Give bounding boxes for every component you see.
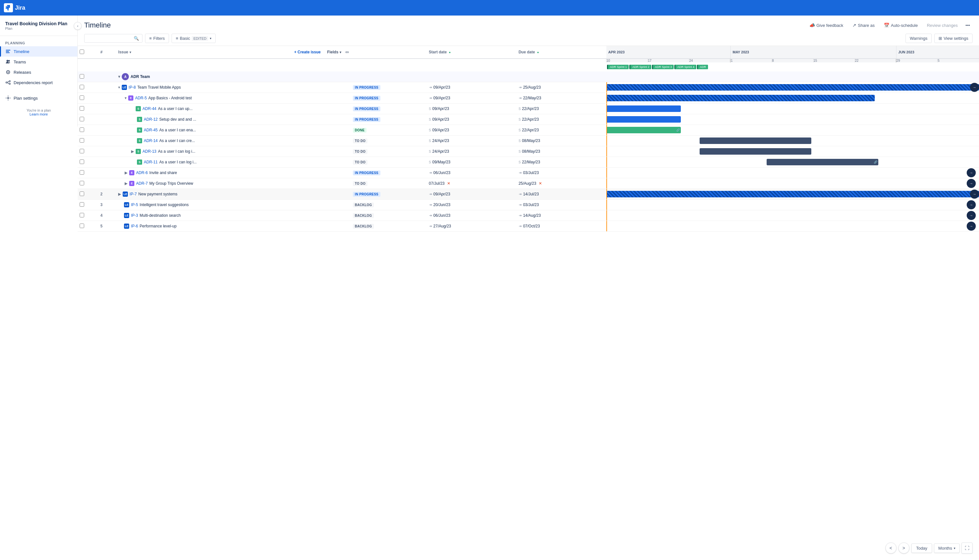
col-start: Start date ●	[427, 46, 517, 58]
row-checkbox[interactable]	[80, 95, 84, 100]
issue-id[interactable]: IP-3	[131, 213, 138, 218]
row-expand[interactable]: ▾	[125, 96, 127, 100]
issue-id[interactable]: ADR-5	[135, 96, 147, 100]
today-line	[606, 103, 607, 114]
sidebar-section-planning: PLANNING	[0, 38, 77, 46]
clear-start-btn[interactable]: ✕	[447, 181, 450, 186]
title-row: Timeline 📣 Give feedback ↗ Share as 📅 Au…	[84, 21, 972, 30]
arrow-indicator: →	[970, 83, 979, 92]
issue-id[interactable]: IP-8	[129, 85, 135, 90]
sidebar-item-releases[interactable]: Releases	[0, 67, 77, 77]
fields-button[interactable]: Fields ▾	[324, 48, 344, 56]
col-checkbox	[78, 46, 99, 58]
status-badge: TO DO	[353, 160, 368, 165]
team-expand-btn[interactable]: ▾	[118, 74, 120, 79]
issue-id[interactable]: IP-7	[130, 192, 137, 197]
auto-schedule-icon: 📅	[884, 23, 889, 28]
resize-handle-icon[interactable]: ⇔	[345, 50, 349, 55]
share-as-button[interactable]: ↗ Share as	[849, 21, 879, 30]
row-expand[interactable]: ▶	[118, 192, 121, 197]
clear-due-btn[interactable]: ✕	[539, 181, 542, 186]
row-expand[interactable]: ▾	[118, 85, 120, 90]
months-button[interactable]: Months ▾	[934, 543, 960, 553]
expand-view-button[interactable]: ⛶	[962, 543, 972, 553]
learn-more-link[interactable]: Learn more	[30, 112, 48, 116]
issue-id[interactable]: ADR-14	[144, 138, 158, 143]
today-button[interactable]: Today	[911, 543, 932, 553]
timeline-search[interactable]: 🔍	[84, 34, 142, 43]
row-checkbox[interactable]	[80, 170, 84, 175]
row-checkbox[interactable]	[80, 213, 84, 217]
row-expand[interactable]: ▶	[125, 181, 127, 186]
timeline-icon	[5, 48, 11, 54]
issue-title: As a user I can ena...	[159, 128, 196, 132]
row-checkbox[interactable]	[80, 117, 84, 121]
prev-button[interactable]: <	[885, 543, 896, 553]
filters-button[interactable]: ≡ Filters	[145, 33, 169, 43]
issue-id[interactable]: IP-6	[131, 224, 138, 228]
select-all-checkbox[interactable]	[80, 50, 84, 54]
status-badge: IN PROGRESS	[353, 170, 380, 175]
team-checkbox[interactable]	[80, 74, 84, 78]
collapse-sidebar-button[interactable]: ‹	[74, 22, 82, 30]
today-line	[606, 210, 607, 221]
issue-title: Performance level-up	[140, 224, 176, 228]
arrow-indicator-right: →	[967, 168, 976, 177]
more-actions-button[interactable]: •••	[963, 21, 972, 30]
issue-id[interactable]: ADR-13	[142, 149, 156, 154]
sidebar-project: Travel Booking Division Plan Plan	[0, 21, 77, 36]
svg-point-12	[7, 97, 9, 99]
row-expand[interactable]: ▶	[131, 149, 134, 154]
issue-id[interactable]: ADR-12	[144, 117, 158, 122]
svg-point-7	[6, 82, 7, 83]
issue-id[interactable]: ADR-44	[142, 107, 156, 111]
issue-id[interactable]: IP-5	[131, 203, 138, 207]
row-checkbox[interactable]	[80, 138, 84, 143]
row-checkbox[interactable]	[80, 202, 84, 207]
row-checkbox[interactable]	[80, 149, 84, 153]
sidebar-item-plan-settings[interactable]: Plan settings	[0, 93, 77, 103]
row-checkbox[interactable]	[80, 160, 84, 164]
row-checkbox[interactable]	[80, 192, 84, 196]
warnings-button[interactable]: Warnings	[905, 33, 931, 43]
main-content: Timeline 📣 Give feedback ↗ Share as 📅 Au…	[78, 15, 979, 560]
sidebar-item-dependencies[interactable]: Dependencies report	[0, 77, 77, 88]
issue-id[interactable]: ADR-45	[144, 128, 158, 132]
row-checkbox[interactable]	[80, 85, 84, 89]
sidebar-item-timeline[interactable]: Timeline	[0, 46, 77, 57]
next-button[interactable]: >	[899, 543, 909, 553]
sidebar-wrapper: Travel Booking Division Plan Plan PLANNI…	[0, 15, 78, 560]
row-checkbox[interactable]	[80, 223, 84, 228]
row-expand[interactable]: ▶	[125, 170, 127, 175]
table-row: ▶ S ADR-44 As a user I can up... IN PROG…	[78, 103, 979, 114]
today-line	[606, 146, 607, 157]
sidebar-releases-label: Releases	[13, 70, 31, 75]
search-icon: 🔍	[134, 36, 139, 41]
gantt-bar	[606, 191, 979, 197]
row-checkbox[interactable]	[80, 127, 84, 132]
timeline-table: # Issue ▾ + Create issue Fields ▾	[78, 46, 979, 232]
row-checkbox[interactable]	[80, 181, 84, 185]
timeline-search-input[interactable]	[88, 36, 134, 41]
create-issue-button[interactable]: + Create issue	[292, 48, 323, 56]
issue-icon-story: S	[137, 117, 142, 122]
toolbar: 🔍 ≡ Filters ≡ Basic EDITED ▾ Wa	[84, 33, 972, 43]
sidebar-dependencies-label: Dependencies report	[13, 80, 53, 85]
svg-rect-1	[6, 51, 9, 52]
share-icon: ↗	[852, 23, 856, 28]
auto-schedule-button[interactable]: 📅 Auto-schedule	[880, 21, 922, 30]
sidebar-item-teams[interactable]: Teams	[0, 57, 77, 67]
issue-id[interactable]: ADR-7	[136, 181, 148, 186]
view-settings-button[interactable]: ⊞ View settings	[934, 33, 972, 43]
basic-button[interactable]: ≡ Basic EDITED ▾	[172, 33, 216, 43]
issue-id[interactable]: ADR-11	[144, 160, 158, 164]
issue-id[interactable]: ADR-6	[136, 170, 148, 175]
filter-icon: ≡	[149, 36, 152, 41]
status-badge: BACKLOG	[353, 224, 374, 229]
give-feedback-button[interactable]: 📣 Give feedback	[805, 21, 847, 30]
date-jun5: 5	[937, 58, 979, 62]
row-checkbox[interactable]	[80, 106, 84, 111]
grid-container[interactable]: # Issue ▾ + Create issue Fields ▾	[78, 46, 979, 560]
issue-icon-story: S	[137, 160, 142, 165]
app-logo[interactable]: Jira	[0, 0, 976, 15]
